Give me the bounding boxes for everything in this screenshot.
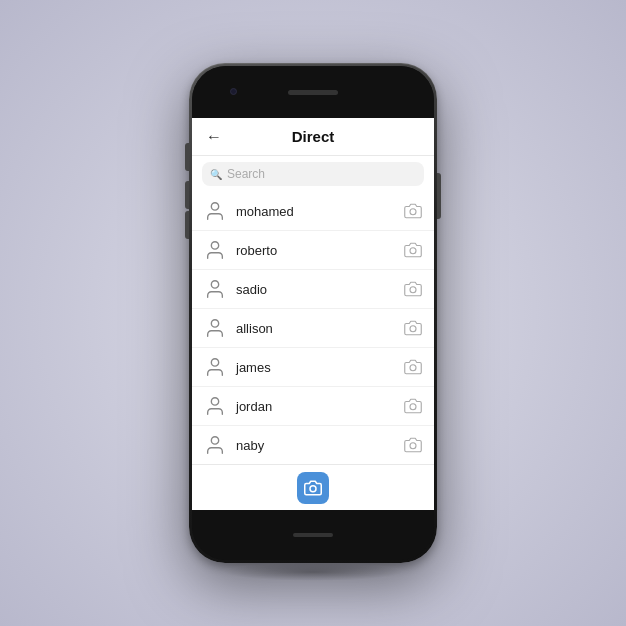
- home-indicator: [293, 533, 333, 537]
- avatar: [204, 200, 226, 222]
- svg-point-0: [211, 203, 218, 210]
- svg-point-8: [211, 359, 218, 366]
- contact-name: mohamed: [236, 204, 404, 219]
- svg-point-6: [211, 320, 218, 327]
- nav-bar: ← Direct: [192, 118, 434, 156]
- contact-name: roberto: [236, 243, 404, 258]
- screen: ← Direct 🔍 Search mohamed: [192, 118, 434, 510]
- svg-point-2: [211, 242, 218, 249]
- camera-icon[interactable]: [404, 241, 422, 259]
- svg-point-18: [310, 485, 316, 491]
- phone-shadow: [223, 563, 403, 581]
- phone-bottom-bar: [192, 510, 434, 560]
- bottom-toolbar: [192, 464, 434, 510]
- avatar: [204, 278, 226, 300]
- avatar: [204, 317, 226, 339]
- phone-top-bar: [192, 66, 434, 118]
- svg-point-9: [410, 365, 416, 371]
- svg-point-12: [211, 437, 218, 444]
- camera-icon[interactable]: [404, 397, 422, 415]
- svg-point-5: [410, 287, 416, 293]
- search-bar[interactable]: 🔍 Search: [202, 162, 424, 186]
- camera-icon[interactable]: [404, 202, 422, 220]
- list-item[interactable]: allison: [192, 309, 434, 348]
- svg-point-11: [410, 404, 416, 410]
- list-item[interactable]: roberto: [192, 231, 434, 270]
- list-item[interactable]: jordan: [192, 387, 434, 426]
- svg-point-4: [211, 281, 218, 288]
- speaker-grill: [288, 90, 338, 95]
- camera-icon[interactable]: [404, 358, 422, 376]
- contact-name: jordan: [236, 399, 404, 414]
- avatar: [204, 434, 226, 456]
- camera-action-button[interactable]: [297, 472, 329, 504]
- page-title: Direct: [292, 128, 335, 145]
- camera-icon-white: [304, 479, 322, 497]
- list-item[interactable]: sadio: [192, 270, 434, 309]
- search-placeholder: Search: [227, 167, 265, 181]
- contacts-list: mohamed roberto: [192, 192, 434, 464]
- svg-point-13: [410, 443, 416, 449]
- list-item[interactable]: naby: [192, 426, 434, 464]
- camera-icon[interactable]: [404, 436, 422, 454]
- phone-device: ← Direct 🔍 Search mohamed: [189, 63, 437, 563]
- avatar: [204, 356, 226, 378]
- avatar: [204, 239, 226, 261]
- list-item[interactable]: james: [192, 348, 434, 387]
- contact-name: allison: [236, 321, 404, 336]
- contact-name: naby: [236, 438, 404, 453]
- back-button[interactable]: ←: [206, 128, 222, 146]
- camera-icon[interactable]: [404, 280, 422, 298]
- list-item[interactable]: mohamed: [192, 192, 434, 231]
- svg-point-1: [410, 209, 416, 215]
- camera-icon[interactable]: [404, 319, 422, 337]
- front-camera: [230, 88, 237, 95]
- contact-name: james: [236, 360, 404, 375]
- avatar: [204, 395, 226, 417]
- search-icon: 🔍: [210, 169, 222, 180]
- svg-point-7: [410, 326, 416, 332]
- phone-inner: ← Direct 🔍 Search mohamed: [192, 66, 434, 560]
- svg-point-10: [211, 398, 218, 405]
- svg-point-3: [410, 248, 416, 254]
- contact-name: sadio: [236, 282, 404, 297]
